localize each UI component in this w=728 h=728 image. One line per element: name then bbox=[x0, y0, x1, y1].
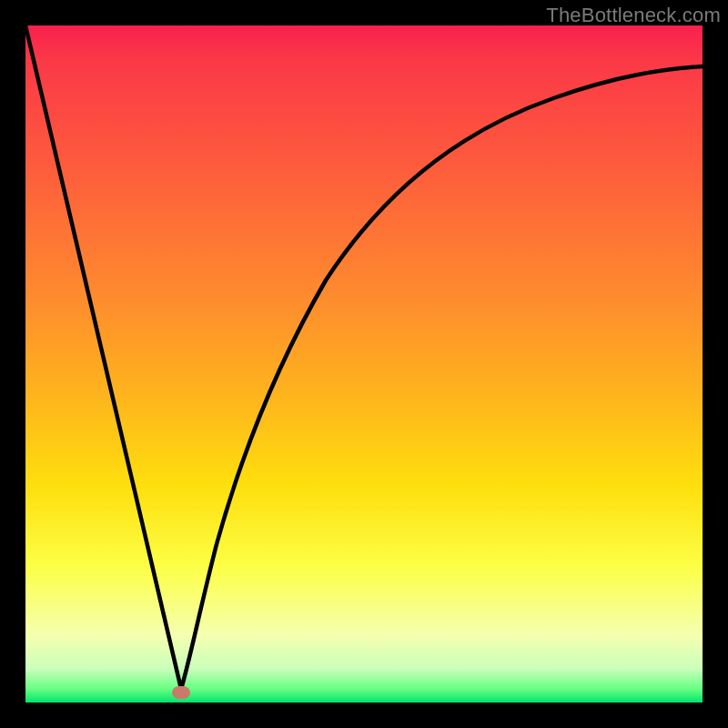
plot-area bbox=[25, 25, 703, 703]
watermark-text: TheBottleneck.com bbox=[546, 4, 721, 27]
curve-svg bbox=[25, 25, 703, 703]
vertex-marker bbox=[172, 686, 190, 699]
bottleneck-curve bbox=[25, 25, 703, 689]
chart-frame: TheBottleneck.com bbox=[0, 0, 728, 728]
